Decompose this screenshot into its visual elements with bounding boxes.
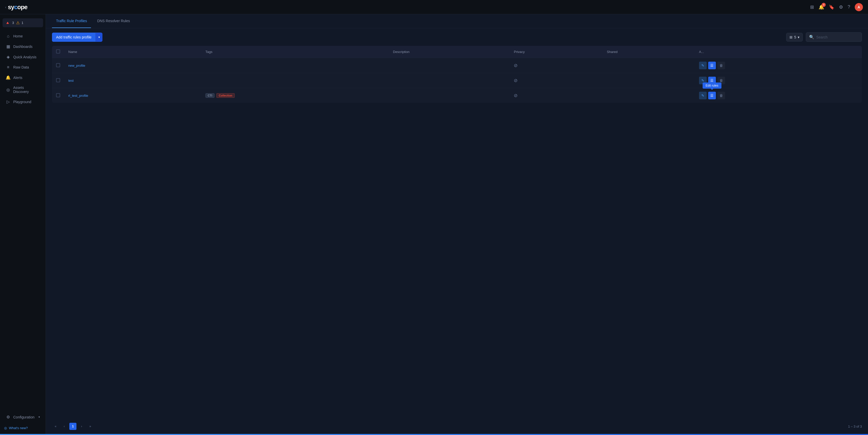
- add-button-main[interactable]: Add traffic rules profile: [52, 33, 96, 42]
- prev-page-button[interactable]: ‹: [61, 423, 68, 430]
- alerts-icon: 🔔: [6, 75, 11, 80]
- sidebar-item-assets-discovery[interactable]: ◎ Assets Discovery: [2, 83, 44, 96]
- col-tags: Tags: [201, 46, 389, 58]
- row2-privacy-icon: ⊘: [514, 78, 518, 83]
- last-page-button[interactable]: »: [87, 423, 94, 430]
- critical-alert-icon: 🔺: [5, 21, 10, 25]
- row3-delete-button[interactable]: 🗑: [717, 92, 725, 99]
- playground-icon: ▷: [6, 99, 11, 104]
- alert-bar[interactable]: 🔺 3 ⚠ 1: [3, 18, 43, 27]
- grid-icon[interactable]: ⊞: [810, 4, 814, 10]
- tab-dns-resolver-rules[interactable]: DNS Resolver Rules: [93, 14, 134, 28]
- avatar[interactable]: A: [855, 3, 863, 11]
- col-description: Description: [389, 46, 510, 58]
- logo-text: sycope: [8, 4, 28, 11]
- row2-rules-button[interactable]: ☰: [708, 77, 716, 84]
- help-icon[interactable]: ?: [847, 4, 850, 10]
- sidebar-item-home[interactable]: ⌂ Home: [2, 31, 44, 41]
- whats-new[interactable]: ◎ What's new?: [0, 422, 45, 434]
- next-page-button[interactable]: ›: [78, 423, 85, 430]
- bookmark-icon[interactable]: 🔖: [829, 4, 834, 10]
- row3-description: [389, 88, 510, 103]
- row2-tags: [201, 73, 389, 88]
- add-traffic-rules-profile-button[interactable]: Add traffic rules profile ▾: [52, 33, 102, 42]
- row1-rules-button[interactable]: ☰: [708, 62, 716, 69]
- col-shared: Shared: [603, 46, 695, 58]
- row2-name-link[interactable]: test: [68, 79, 74, 82]
- configuration-icon: ⚙: [6, 414, 11, 420]
- row1-delete-button[interactable]: 🗑: [717, 62, 725, 69]
- sidebar-item-dashboards-label: Dashboards: [13, 44, 33, 48]
- notifications-icon[interactable]: 🔔 7: [818, 4, 824, 10]
- page-info: 1 – 3 of 3: [848, 425, 862, 428]
- first-page-button[interactable]: «: [52, 423, 59, 430]
- nav-items: ⌂ Home ▦ Dashboards ◈ Quick Analysis ≡ R…: [0, 29, 45, 412]
- search-field[interactable]: [816, 35, 859, 39]
- raw-data-icon: ≡: [6, 65, 11, 70]
- row1-checkbox-cell: [52, 58, 64, 73]
- row2-actions-cell: ✎ ☰ 🗑: [699, 77, 858, 84]
- row2-description: [389, 73, 510, 88]
- sidebar-item-raw-data[interactable]: ≡ Raw Data: [2, 62, 44, 72]
- row2-privacy: ⊘: [510, 73, 603, 88]
- add-button-chevron[interactable]: ▾: [96, 33, 102, 41]
- row1-name-link[interactable]: new_profile: [68, 64, 85, 67]
- row3-name-link[interactable]: rl_test_profile: [68, 94, 88, 98]
- table-row: rl_test_profile CTI Collection ⊘: [52, 88, 862, 103]
- row3-shared: [603, 88, 695, 103]
- row3-checkbox-cell: [52, 88, 64, 103]
- row2-shared: [603, 73, 695, 88]
- toolbar: Add traffic rules profile ▾ ⊞ 5 ▾ 🔍: [46, 28, 868, 46]
- back-chevron-icon[interactable]: ‹: [5, 5, 6, 9]
- traffic-rules-table: Name Tags Description Privacy Shared A..…: [52, 46, 862, 103]
- sidebar-item-alerts[interactable]: 🔔 Alerts: [2, 73, 44, 82]
- sidebar-item-quick-analysis[interactable]: ◈ Quick Analysis: [2, 52, 44, 62]
- row1-tags: [201, 58, 389, 73]
- select-all-checkbox[interactable]: [56, 49, 60, 54]
- sidebar-item-playground[interactable]: ▷ Playground: [2, 97, 44, 107]
- table-row: test ⊘ ✎ ☰ 🗑: [52, 73, 862, 88]
- tag-cti: CTI: [206, 93, 215, 98]
- tab-traffic-rule-profiles[interactable]: Traffic Rule Profiles: [52, 14, 91, 28]
- columns-grid-icon: ⊞: [789, 35, 793, 39]
- sidebar-item-playground-label: Playground: [13, 100, 31, 104]
- columns-selector[interactable]: ⊞ 5 ▾: [786, 33, 803, 41]
- table-container: Name Tags Description Privacy Shared A..…: [46, 46, 868, 419]
- quick-analysis-icon: ◈: [6, 55, 11, 59]
- sidebar-item-configuration[interactable]: ⚙ Configuration ▾: [2, 412, 44, 422]
- critical-count: 3: [12, 21, 14, 25]
- logo[interactable]: ‹ sycope: [5, 4, 27, 11]
- whats-new-label: What's new?: [9, 426, 28, 430]
- col-privacy: Privacy: [510, 46, 603, 58]
- row2-edit-button[interactable]: ✎: [699, 77, 707, 84]
- settings-icon[interactable]: ⚙: [839, 4, 843, 10]
- row2-name: test: [64, 73, 201, 88]
- row1-checkbox[interactable]: [56, 63, 60, 67]
- row3-checkbox[interactable]: [56, 93, 60, 97]
- configuration-chevron-icon: ▾: [38, 415, 40, 419]
- toolbar-right: ⊞ 5 ▾ 🔍: [786, 32, 862, 42]
- row1-actions-cell: ✎ ☰ 🗑: [699, 62, 858, 69]
- pagination: « ‹ 1 › » 1 – 3 of 3: [46, 419, 868, 434]
- sidebar-item-quick-analysis-label: Quick Analysis: [13, 55, 36, 59]
- warning-count: 1: [22, 21, 24, 25]
- col-name: Name: [64, 46, 201, 58]
- topbar-left: ‹ sycope: [5, 4, 27, 11]
- columns-chevron-icon: ▾: [798, 35, 800, 39]
- notification-badge: 7: [822, 3, 826, 7]
- sidebar-item-dashboards[interactable]: ▦ Dashboards: [2, 41, 44, 52]
- col-actions: A...: [695, 46, 862, 58]
- row1-privacy: ⊘: [510, 58, 603, 73]
- row1-privacy-icon: ⊘: [514, 63, 518, 68]
- row3-rules-button[interactable]: ☰: [708, 92, 716, 99]
- page-controls: « ‹ 1 › »: [52, 423, 94, 430]
- row1-edit-button[interactable]: ✎: [699, 62, 707, 69]
- current-page-number[interactable]: 1: [69, 423, 76, 430]
- row3-edit-button[interactable]: ✎: [699, 92, 707, 99]
- row1-shared: [603, 58, 695, 73]
- row3-actions: ✎ Edit rules ☰ 🗑: [695, 88, 862, 103]
- row2-delete-button[interactable]: 🗑: [717, 77, 725, 84]
- table-header-row: Name Tags Description Privacy Shared A..…: [52, 46, 862, 58]
- search-input-wrapper[interactable]: 🔍: [806, 32, 862, 42]
- row2-checkbox[interactable]: [56, 78, 60, 82]
